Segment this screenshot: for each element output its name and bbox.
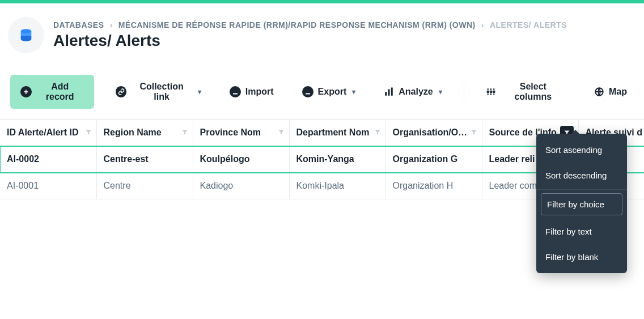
export-label: Export (318, 87, 347, 97)
menu-filter-by-blank[interactable]: Filter by blank (536, 244, 627, 270)
svg-rect-2 (388, 90, 390, 96)
plus-icon: + (20, 86, 32, 97)
filter-icon[interactable] (278, 127, 285, 138)
filter-icon[interactable] (471, 127, 477, 138)
col-header-alert-id[interactable]: ID Alerte/Alert ID (0, 120, 96, 146)
svg-rect-3 (391, 88, 393, 96)
export-icon (302, 86, 313, 97)
filter-icon[interactable] (374, 127, 381, 138)
filter-icon[interactable] (85, 127, 92, 138)
select-columns-label: Select columns (501, 82, 566, 102)
col-header-province[interactable]: Province Nom (193, 120, 289, 146)
svg-point-5 (490, 91, 492, 93)
collection-link-button[interactable]: Collection link ▾ (109, 76, 208, 108)
add-record-label: Add record (36, 82, 84, 102)
svg-rect-1 (385, 92, 387, 96)
page-header: DATABASES › MÉCANISME DE RÉPONSE RAPIDE … (0, 3, 644, 69)
svg-point-6 (493, 91, 494, 93)
menu-sort-ascending[interactable]: Sort ascending (536, 137, 627, 163)
export-button[interactable]: Export ▾ (295, 80, 363, 103)
toolbar: + Add record Collection link ▾ Import Ex… (0, 69, 644, 119)
col-header-label: Organisation/O… (393, 127, 468, 137)
database-icon (18, 27, 34, 43)
svg-point-4 (487, 91, 489, 93)
menu-separator (536, 189, 627, 190)
chevron-down-icon: ▾ (439, 88, 442, 96)
col-header-label: Region Name (104, 127, 162, 137)
toolbar-divider (464, 84, 464, 100)
analyze-button[interactable]: Analyze ▾ (377, 81, 448, 103)
cell-province: Koulpélogo (193, 146, 289, 173)
menu-sort-descending[interactable]: Sort descending (536, 163, 627, 188)
select-columns-button[interactable]: Select columns (479, 76, 573, 108)
breadcrumb: DATABASES › MÉCANISME DE RÉPONSE RAPIDE … (53, 20, 567, 29)
cell-alert-id: AI-0001 (0, 173, 96, 199)
analyze-icon (384, 87, 394, 97)
analyze-label: Analyze (399, 87, 433, 97)
breadcrumb-mechanism[interactable]: MÉCANISME DE RÉPONSE RAPIDE (RRM)/RAPID … (118, 20, 476, 29)
col-header-label: Department Nom (296, 127, 370, 137)
link-icon (116, 86, 127, 97)
cell-department: Komin-Yanga (289, 146, 385, 173)
cell-region: Centre (96, 173, 193, 199)
cell-organisation: Organization H (385, 173, 482, 199)
breadcrumb-current: ALERTES/ ALERTS (490, 20, 567, 29)
import-button[interactable]: Import (223, 80, 281, 103)
map-icon (594, 87, 604, 97)
import-label: Import (245, 87, 274, 97)
cell-department: Komki-Ipala (289, 173, 385, 199)
import-icon (230, 86, 241, 97)
breadcrumb-databases[interactable]: DATABASES (53, 20, 104, 29)
add-record-button[interactable]: + Add record (10, 75, 94, 109)
database-avatar (8, 17, 44, 53)
filter-icon[interactable] (181, 127, 188, 138)
cell-alert-id: AI-0002 (0, 146, 96, 173)
column-filter-menu: Sort ascending Sort descending Filter by… (536, 134, 627, 273)
cell-region: Centre-est (96, 146, 193, 173)
col-header-organisation[interactable]: Organisation/O… (385, 120, 482, 146)
menu-filter-by-choice[interactable]: Filter by choice (541, 193, 622, 215)
col-header-label: ID Alerte/Alert ID (7, 127, 79, 137)
col-header-department[interactable]: Department Nom (289, 120, 385, 146)
chevron-right-icon: › (110, 20, 113, 29)
map-button[interactable]: Map (587, 81, 634, 103)
col-header-label: Province Nom (200, 127, 261, 137)
cell-province: Kadiogo (193, 173, 289, 199)
columns-icon (486, 87, 496, 97)
page-title: Alertes/ Alerts (53, 32, 567, 50)
chevron-down-icon: ▾ (198, 88, 201, 96)
col-header-region[interactable]: Region Name (96, 120, 193, 146)
chevron-down-icon: ▾ (352, 88, 355, 96)
menu-filter-by-text[interactable]: Filter by text (536, 219, 627, 244)
map-label: Map (609, 87, 627, 97)
cell-organisation: Organization G (385, 146, 482, 173)
chevron-right-icon: › (481, 20, 484, 29)
collection-link-label: Collection link (131, 82, 192, 102)
